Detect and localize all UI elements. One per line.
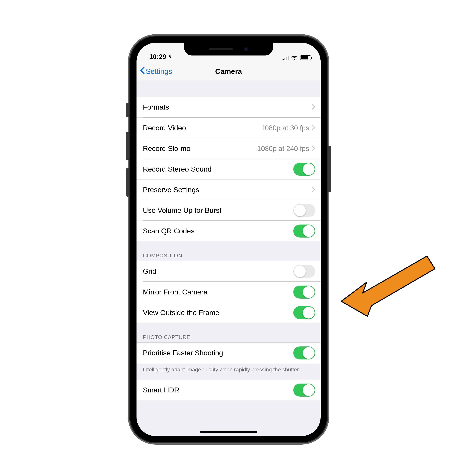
chevron-left-icon — [140, 67, 145, 76]
row-view-outside-the-frame: View Outside the Frame — [136, 302, 321, 323]
row-record-slo-mo-label: Record Slo-mo — [143, 145, 191, 153]
row-grid: Grid — [136, 261, 321, 282]
record-stereo-sound-toggle[interactable] — [293, 163, 315, 176]
row-view-outside-the-frame-label: View Outside the Frame — [143, 309, 219, 317]
row-formats[interactable]: Formats — [136, 97, 321, 117]
side-power-button — [328, 146, 331, 192]
row-record-video-detail: 1080p at 30 fps — [261, 124, 309, 132]
section-header-composition: COMPOSITION — [136, 241, 321, 261]
battery-icon — [300, 55, 311, 60]
mirror-front-camera-toggle[interactable] — [293, 286, 315, 299]
row-record-slo-mo-detail: 1080p at 240 fps — [257, 145, 309, 152]
location-icon — [167, 53, 173, 60]
section-spacer — [136, 81, 321, 97]
smart-hdr-toggle[interactable] — [293, 384, 315, 397]
wifi-icon — [291, 55, 298, 61]
screen: 10:29 Settings — [136, 43, 321, 436]
chevron-right-icon — [312, 104, 315, 110]
chevron-right-icon — [312, 145, 315, 152]
section-footer-photo-capture: Intelligently adapt image quality when r… — [136, 363, 321, 379]
use-volume-up-for-burst-toggle[interactable] — [293, 204, 315, 217]
scan-qr-codes-toggle[interactable] — [293, 225, 315, 238]
row-record-video-label: Record Video — [143, 124, 186, 132]
row-use-volume-up-for-burst-label: Use Volume Up for Burst — [143, 206, 221, 214]
row-prioritise-faster-shooting: Prioritise Faster Shooting — [136, 343, 321, 363]
row-formats-label: Formats — [143, 103, 169, 111]
row-smart-hdr: Smart HDR — [136, 380, 321, 400]
row-preserve-settings[interactable]: Preserve Settings — [136, 179, 321, 200]
prioritise-faster-shooting-toggle[interactable] — [293, 346, 315, 359]
group-photo-capture: Prioritise Faster Shooting — [136, 343, 321, 363]
front-camera-dot — [244, 47, 248, 51]
svg-marker-0 — [341, 256, 435, 316]
row-record-video[interactable]: Record Video1080p at 30 fps — [136, 117, 321, 138]
row-smart-hdr-label: Smart HDR — [143, 386, 179, 394]
row-grid-label: Grid — [143, 267, 156, 276]
group-hdr: Smart HDR — [136, 379, 321, 400]
speaker-grille — [209, 48, 233, 50]
row-record-stereo-sound: Record Stereo Sound — [136, 159, 321, 179]
volume-down-button — [126, 168, 129, 197]
grid-toggle[interactable] — [293, 265, 315, 278]
settings-content[interactable]: FormatsRecord Video1080p at 30 fpsRecord… — [136, 81, 321, 436]
row-scan-qr-codes: Scan QR Codes — [136, 221, 321, 241]
row-preserve-settings-label: Preserve Settings — [143, 186, 199, 194]
volume-up-button — [126, 131, 129, 160]
row-record-stereo-sound-label: Record Stereo Sound — [143, 165, 212, 173]
row-mirror-front-camera: Mirror Front Camera — [136, 282, 321, 302]
cellular-signal-icon — [283, 55, 289, 60]
nav-title: Camera — [215, 67, 242, 76]
notch — [184, 43, 273, 55]
group-composition: GridMirror Front CameraView Outside the … — [136, 261, 321, 323]
silence-switch — [126, 103, 129, 117]
row-record-slo-mo[interactable]: Record Slo-mo1080p at 240 fps — [136, 138, 321, 159]
section-header-photo-capture: PHOTO CAPTURE — [136, 323, 321, 343]
row-use-volume-up-for-burst: Use Volume Up for Burst — [136, 200, 321, 221]
view-outside-the-frame-toggle[interactable] — [293, 306, 315, 319]
chevron-right-icon — [312, 125, 315, 131]
group-general: FormatsRecord Video1080p at 30 fpsRecord… — [136, 97, 321, 241]
home-indicator[interactable] — [200, 431, 257, 433]
row-scan-qr-codes-label: Scan QR Codes — [143, 227, 194, 235]
chevron-right-icon — [312, 187, 315, 193]
status-time: 10:29 — [149, 53, 166, 61]
back-button-label: Settings — [146, 67, 172, 76]
annotation-arrow-icon — [338, 250, 437, 317]
nav-bar: Settings Camera — [136, 62, 321, 81]
row-prioritise-faster-shooting-label: Prioritise Faster Shooting — [143, 349, 223, 357]
back-button[interactable]: Settings — [140, 67, 172, 76]
row-mirror-front-camera-label: Mirror Front Camera — [143, 288, 208, 296]
phone-device-frame: 10:29 Settings — [130, 36, 327, 442]
